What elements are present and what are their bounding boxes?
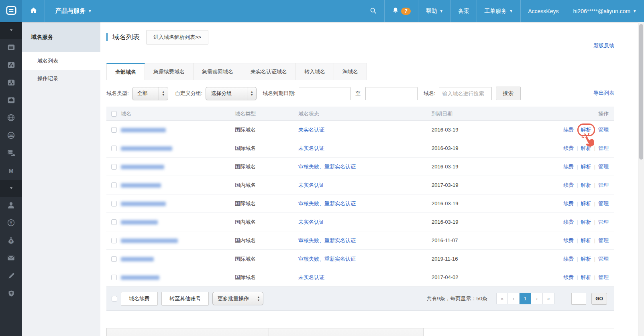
accesskeys-link[interactable]: AccessKeys <box>520 0 566 22</box>
domain-status-link[interactable]: 未实名认证 <box>298 145 324 151</box>
rail-item[interactable] <box>0 197 22 215</box>
domain-name-redacted[interactable] <box>121 165 164 169</box>
search-button[interactable] <box>362 0 384 22</box>
action-link-manage[interactable]: 管理 <box>598 237 609 243</box>
domain-status-link[interactable]: 审核失败、重新实名认证 <box>298 237 356 243</box>
select-all-checkbox[interactable] <box>111 111 117 117</box>
transfer-account-button[interactable]: 转至其他账号 <box>161 292 209 306</box>
tab[interactable]: 淘域名 <box>334 63 367 80</box>
icp-link[interactable]: 备案 <box>450 0 477 22</box>
action-link-renew[interactable]: 续费 <box>563 237 574 243</box>
tab[interactable]: 全部域名 <box>106 63 145 80</box>
action-link-resolve[interactable]: 解析 <box>581 127 591 133</box>
action-link-renew[interactable]: 续费 <box>563 274 574 280</box>
action-link-renew[interactable]: 续费 <box>563 200 574 206</box>
page-current[interactable]: 1 <box>520 293 531 304</box>
enter-dns-list-button[interactable]: 进入域名解析列表>> <box>146 30 208 45</box>
user-menu[interactable]: hi206*****@aliyun.com▼ <box>566 0 644 22</box>
action-link-renew[interactable]: 续费 <box>563 127 574 133</box>
tab[interactable]: 转入域名 <box>296 63 334 80</box>
rail-item[interactable] <box>0 267 22 285</box>
help-menu[interactable]: 帮助▼ <box>418 0 450 22</box>
notifications-button[interactable]: 7 <box>384 0 418 22</box>
rail-item[interactable]: ¥ <box>0 215 22 232</box>
domain-name-redacted[interactable] <box>121 128 166 132</box>
subnav-item[interactable]: 域名列表 <box>22 52 100 70</box>
rail-item[interactable] <box>0 39 22 57</box>
action-link-resolve[interactable]: 解析 <box>581 200 591 206</box>
rail-item[interactable]: M <box>0 162 22 180</box>
action-link-manage[interactable]: 管理 <box>598 145 609 151</box>
custom-group-select[interactable]: 选择分组 ▲▼ <box>206 87 257 100</box>
rail-item[interactable] <box>0 92 22 109</box>
domain-name-redacted[interactable] <box>121 220 158 225</box>
page-prev-button[interactable]: ‹ <box>508 293 520 304</box>
action-link-renew[interactable]: 续费 <box>563 256 574 262</box>
batch-select-checkbox[interactable] <box>112 296 117 302</box>
rail-item[interactable] <box>0 250 22 267</box>
action-link-resolve[interactable]: 解析 <box>581 164 591 170</box>
rail-item[interactable] <box>0 285 22 303</box>
domain-name-redacted[interactable] <box>121 257 154 261</box>
page-first-button[interactable]: « <box>496 293 508 304</box>
action-link-manage[interactable]: 管理 <box>598 127 609 133</box>
row-checkbox[interactable] <box>111 182 117 188</box>
action-link-resolve[interactable]: 解析 <box>581 182 591 188</box>
page-last-button[interactable]: » <box>543 293 554 304</box>
row-checkbox[interactable] <box>111 127 117 133</box>
export-link[interactable]: 导出列表 <box>593 89 614 97</box>
action-link-manage[interactable]: 管理 <box>598 200 609 206</box>
tab[interactable]: 急需续费域名 <box>145 63 194 80</box>
rail-item[interactable] <box>0 74 22 92</box>
product-services-menu[interactable]: 产品与服务▼ <box>45 0 102 22</box>
rail-item[interactable]: ¥ <box>0 232 22 250</box>
tab[interactable]: 未实名认证域名 <box>242 63 296 80</box>
more-batch-select[interactable]: 更多批量操作 ▲▼ <box>212 292 263 305</box>
action-link-renew[interactable]: 续费 <box>563 219 574 225</box>
action-link-renew[interactable]: 续费 <box>563 164 574 170</box>
domain-name-redacted[interactable] <box>121 146 172 151</box>
rail-item[interactable]: DNS <box>0 127 22 145</box>
tab[interactable]: 急需赎回域名 <box>194 63 242 80</box>
rail-section-toggle[interactable] <box>0 180 22 197</box>
domain-type-select[interactable]: 全部 ▲▼ <box>132 87 168 100</box>
row-checkbox[interactable] <box>111 201 117 206</box>
action-link-manage[interactable]: 管理 <box>598 182 609 188</box>
domain-search-input[interactable] <box>439 87 492 100</box>
action-link-manage[interactable]: 管理 <box>598 274 609 280</box>
page-number-input[interactable] <box>571 293 586 305</box>
domain-name-redacted[interactable] <box>121 183 161 188</box>
row-checkbox[interactable] <box>111 164 117 170</box>
domain-name-redacted[interactable] <box>121 275 159 280</box>
action-link-resolve[interactable]: 解析 <box>581 145 591 151</box>
search-submit-button[interactable]: 搜索 <box>496 87 521 100</box>
renew-domains-button[interactable]: 域名续费 <box>121 292 158 306</box>
go-button[interactable]: GO <box>591 293 607 305</box>
action-link-resolve[interactable]: 解析 <box>581 256 591 262</box>
subnav-item[interactable]: 操作记录 <box>22 70 100 87</box>
feedback-link[interactable]: 新版反馈 <box>593 42 614 49</box>
row-checkbox[interactable] <box>111 256 117 262</box>
row-checkbox[interactable] <box>111 219 117 225</box>
row-checkbox[interactable] <box>111 146 117 151</box>
domain-name-redacted[interactable] <box>121 239 178 243</box>
row-checkbox[interactable] <box>111 275 117 280</box>
rail-item[interactable] <box>0 57 22 74</box>
action-link-resolve[interactable]: 解析 <box>581 237 591 243</box>
action-link-manage[interactable]: 管理 <box>598 256 609 262</box>
rail-item[interactable] <box>0 145 22 162</box>
domain-status-link[interactable]: 审核失败、重新实名认证 <box>298 256 356 262</box>
home-button[interactable] <box>22 0 45 22</box>
action-link-renew[interactable]: 续费 <box>563 182 574 188</box>
domain-status-link[interactable]: 未实名认证 <box>298 219 324 225</box>
action-link-renew[interactable]: 续费 <box>563 145 574 151</box>
aliyun-logo[interactable] <box>0 0 22 22</box>
expiry-from-input[interactable] <box>299 87 351 100</box>
action-link-manage[interactable]: 管理 <box>598 219 609 225</box>
rail-section-toggle[interactable] <box>0 22 22 39</box>
domain-status-link[interactable]: 未实名认证 <box>298 274 324 280</box>
expiry-to-input[interactable] <box>365 87 418 100</box>
action-link-manage[interactable]: 管理 <box>598 164 609 170</box>
row-checkbox[interactable] <box>111 238 117 243</box>
domain-name-redacted[interactable] <box>121 202 166 206</box>
